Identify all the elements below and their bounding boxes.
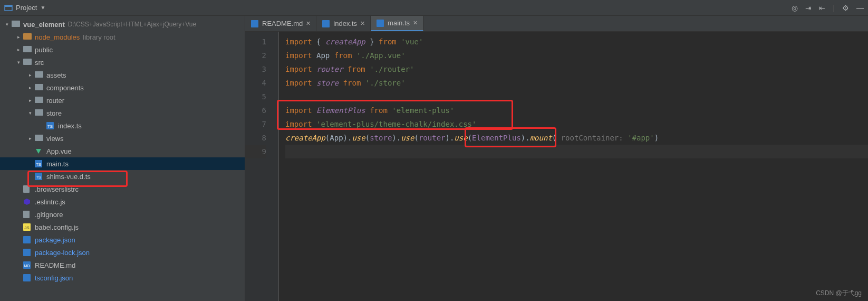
- target-icon[interactable]: ◎: [792, 4, 798, 12]
- tree-components[interactable]: ▸ components: [0, 81, 245, 94]
- watermark: CSDN @于弋gg: [816, 289, 862, 298]
- tree-public[interactable]: ▸ public: [0, 43, 245, 56]
- svg-rect-9: [35, 97, 43, 103]
- chevron-down-icon: ▼: [40, 5, 45, 11]
- gutter-fold: [272, 32, 279, 301]
- tab-main[interactable]: main.ts ✕: [371, 16, 423, 31]
- svg-rect-21: [23, 211, 30, 218]
- svg-rect-30: [322, 20, 330, 27]
- json-file-icon: [23, 249, 32, 256]
- ts-file-icon: [376, 19, 384, 27]
- tree-tsconfig[interactable]: ▸ tsconfig.json: [0, 271, 245, 284]
- tree-eslint[interactable]: ▸ .eslintrc.js: [0, 195, 245, 208]
- svg-text:MD: MD: [24, 264, 30, 268]
- svg-rect-13: [35, 135, 43, 141]
- divider: |: [833, 4, 835, 12]
- editor-tabs: README.md ✕ index.ts ✕ main.ts ✕: [245, 16, 868, 32]
- chevron-down-icon: ▾: [3, 22, 11, 27]
- chevron-down-icon: ▾: [26, 110, 34, 116]
- tree-views[interactable]: ▸ views: [0, 132, 245, 145]
- svg-text:JS: JS: [24, 225, 29, 230]
- code-content[interactable]: import { createApp } from 'vue' import A…: [279, 32, 868, 301]
- js-file-icon: JS: [23, 223, 32, 231]
- svg-rect-8: [35, 84, 43, 90]
- collapse-icon[interactable]: ⇥: [805, 4, 812, 12]
- folder-icon: [12, 21, 20, 28]
- tab-readme[interactable]: README.md ✕: [245, 16, 316, 31]
- ts-file-icon: TS: [35, 160, 43, 167]
- svg-rect-7: [35, 71, 43, 78]
- project-path: D:\CSS+JavaScript+HTML+Ajax+jQuery+Vue: [68, 21, 196, 28]
- tree-store[interactable]: ▾ store: [0, 107, 245, 119]
- ts-file-icon: TS: [46, 122, 55, 129]
- project-icon: [4, 4, 13, 12]
- tree-readme[interactable]: ▸ MD README.md: [0, 259, 245, 271]
- tree-package-lock[interactable]: ▸ package-lock.json: [0, 246, 245, 259]
- folder-icon: [23, 46, 32, 53]
- close-icon[interactable]: ✕: [413, 20, 418, 26]
- close-icon[interactable]: ✕: [360, 20, 365, 27]
- file-icon: [23, 185, 32, 193]
- tree-shims[interactable]: ▸ TS shims-vue.d.ts: [0, 170, 245, 183]
- code-editor[interactable]: 1 2 3 4 5 6 7 8 9 import { createApp } f…: [245, 32, 868, 301]
- folder-icon: [23, 59, 32, 66]
- svg-text:TS: TS: [36, 175, 41, 180]
- eslint-icon: [23, 198, 32, 205]
- svg-marker-14: [36, 149, 41, 154]
- chevron-right-icon: ▸: [26, 98, 34, 103]
- expand-icon[interactable]: ⇤: [819, 4, 825, 12]
- svg-rect-28: [23, 274, 31, 281]
- tree-app-vue[interactable]: ▸ App.vue: [0, 145, 245, 157]
- tree-root[interactable]: ▾ vue_element D:\CSS+JavaScript+HTML+Aja…: [0, 18, 245, 31]
- folder-icon: [35, 135, 43, 142]
- tree-package-json[interactable]: ▸ package.json: [0, 233, 245, 246]
- svg-rect-4: [23, 33, 32, 40]
- chevron-right-icon: ▸: [15, 47, 22, 52]
- folder-icon: [35, 84, 43, 91]
- folder-icon: [35, 71, 43, 79]
- chevron-down-icon: ▾: [15, 60, 22, 65]
- folder-icon: [35, 109, 43, 117]
- folder-icon: [23, 33, 32, 41]
- ts-file-icon: [322, 20, 330, 28]
- chevron-right-icon: ▸: [26, 136, 34, 141]
- svg-rect-31: [377, 20, 384, 27]
- md-file-icon: MD: [23, 261, 32, 269]
- svg-marker-20: [24, 199, 30, 205]
- close-icon[interactable]: ✕: [306, 20, 311, 27]
- json-file-icon: [23, 274, 32, 281]
- tab-index[interactable]: index.ts ✕: [316, 16, 371, 31]
- svg-rect-29: [251, 20, 258, 27]
- project-selector[interactable]: Project ▼: [4, 4, 45, 12]
- project-toolbar: Project ▼ ◎ ⇥ ⇤ | ⚙ —: [0, 0, 868, 16]
- md-file-icon: [250, 20, 259, 28]
- ts-file-icon: TS: [35, 173, 43, 180]
- json-file-icon: [23, 236, 32, 243]
- svg-rect-24: [23, 236, 31, 243]
- tree-browserslist[interactable]: ▸ .browserslistrc: [0, 183, 245, 195]
- svg-rect-5: [23, 46, 32, 52]
- svg-rect-3: [12, 21, 15, 22]
- tree-index-ts[interactable]: ▸ TS index.ts: [0, 119, 245, 132]
- line-gutter: 1 2 3 4 5 6 7 8 9: [245, 32, 272, 301]
- chevron-right-icon: ▸: [15, 34, 22, 40]
- tree-babel[interactable]: ▸ JS babel.config.js: [0, 221, 245, 233]
- vue-file-icon: [35, 147, 43, 155]
- svg-rect-19: [23, 185, 30, 193]
- gear-icon[interactable]: ⚙: [842, 4, 849, 12]
- tree-router[interactable]: ▸ router: [0, 94, 245, 107]
- chevron-right-icon: ▸: [26, 72, 34, 78]
- svg-rect-10: [35, 109, 43, 116]
- tree-assets[interactable]: ▸ assets: [0, 69, 245, 81]
- file-icon: [23, 211, 32, 218]
- folder-icon: [35, 97, 43, 104]
- tree-node-modules[interactable]: ▸ node_modules library root: [0, 31, 245, 43]
- project-tree: ▾ vue_element D:\CSS+JavaScript+HTML+Aja…: [0, 16, 245, 301]
- chevron-right-icon: ▸: [26, 85, 34, 90]
- tree-gitignore[interactable]: ▸ .gitignore: [0, 208, 245, 221]
- tree-main-ts[interactable]: ▸ TS main.ts: [0, 157, 245, 170]
- minimize-icon[interactable]: —: [856, 4, 864, 12]
- tree-src[interactable]: ▾ src: [0, 56, 245, 69]
- svg-rect-1: [5, 5, 12, 7]
- svg-rect-25: [23, 249, 31, 256]
